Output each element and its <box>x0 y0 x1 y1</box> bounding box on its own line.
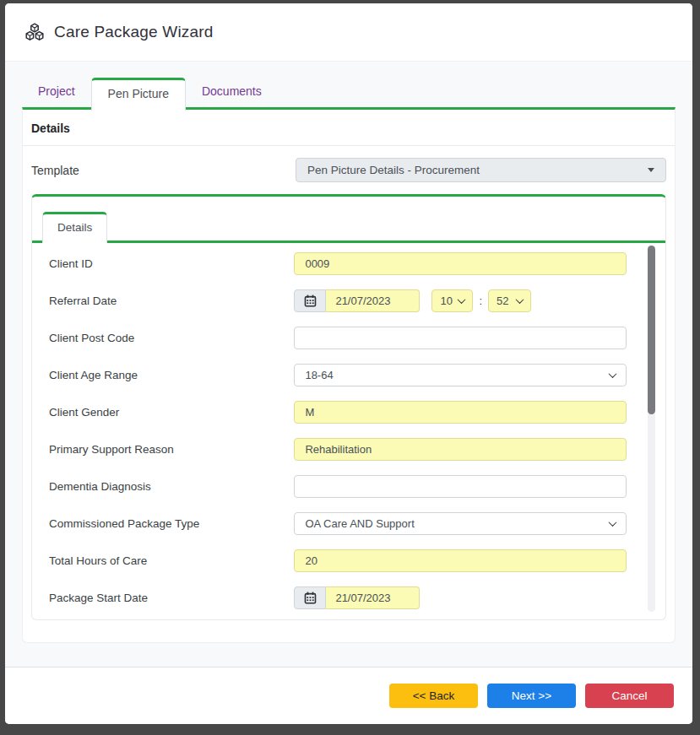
calendar-icon <box>304 592 317 604</box>
commissioned-package-type-select[interactable]: OA Care AND Support <box>294 512 627 535</box>
cancel-button[interactable]: Cancel <box>585 684 674 708</box>
form-row: Referral Date 21/07/202310:52 <box>49 282 627 319</box>
template-label: Template <box>31 164 296 177</box>
pen-picture-panel: Details Template Pen Picture Details - P… <box>22 107 676 643</box>
field-control-referral-date: 21/07/202310:52 <box>294 289 627 312</box>
form-row: Client Post Code <box>49 319 627 356</box>
dialog-footer: << Back Next >> Cancel <box>5 667 692 724</box>
field-control-client-gender: M <box>294 401 627 424</box>
field-label-primary-support-reason: Primary Support Reason <box>49 443 294 456</box>
chevron-down-icon <box>516 295 524 304</box>
field-label-commissioned-package-type: Commissioned Package Type <box>49 517 294 530</box>
input-value: 20 <box>305 554 317 567</box>
form-row: Primary Support ReasonRehabilitation <box>49 430 627 467</box>
back-button[interactable]: << Back <box>389 684 478 708</box>
field-control-dementia-diagnosis <box>294 475 627 498</box>
field-label-dementia-diagnosis: Dementia Diagnosis <box>49 480 294 493</box>
caret-down-icon <box>648 168 654 172</box>
field-control-package-start-date: 21/07/2023 <box>294 586 627 609</box>
input-value: 0009 <box>305 257 329 270</box>
section-heading: Details <box>23 110 675 146</box>
form-row: Package Start Date 21/07/2023 <box>49 579 627 616</box>
tab-documents[interactable]: Documents <box>186 76 278 108</box>
select-value: OA Care AND Support <box>305 517 414 530</box>
field-label-client-age-range: Client Age Range <box>49 369 294 381</box>
template-dropdown[interactable]: Pen Picture Details - Procurement <box>296 158 666 182</box>
referral-date-date-group: 21/07/202310:52 <box>294 289 531 312</box>
scrollbar-thumb[interactable] <box>648 246 655 414</box>
chevron-down-icon <box>458 295 466 304</box>
client-age-range-select[interactable]: 18-64 <box>294 364 627 386</box>
wizard-dialog: Care Package Wizard Project Pen Picture … <box>5 3 692 724</box>
form-row: Commissioned Package TypeOA Care AND Sup… <box>49 505 627 542</box>
field-label-referral-date: Referral Date <box>49 295 294 307</box>
referral-date-hour-select[interactable]: 10 <box>431 289 473 312</box>
referral-date-date-input[interactable]: 21/07/2023 <box>326 289 420 312</box>
package-start-date-date-group: 21/07/2023 <box>294 586 420 609</box>
field-label-client-id: Client ID <box>49 257 294 270</box>
input-value: Rehabilitation <box>305 443 372 456</box>
primary-support-reason-input[interactable]: Rehabilitation <box>294 438 627 461</box>
client-post-code-input[interactable] <box>294 327 627 349</box>
scrollbar-track[interactable] <box>648 246 655 612</box>
input-value: M <box>305 406 314 419</box>
date-value: 21/07/2023 <box>335 592 390 604</box>
tab-pen-picture[interactable]: Pen Picture <box>91 78 186 111</box>
field-label-package-start-date: Package Start Date <box>49 592 294 604</box>
time-separator: : <box>479 295 482 307</box>
client-gender-input[interactable]: M <box>294 401 627 424</box>
field-control-primary-support-reason: Rehabilitation <box>294 438 627 461</box>
field-label-total-hours-of-care: Total Hours of Care <box>49 554 294 567</box>
chevron-down-icon <box>609 370 617 378</box>
field-control-commissioned-package-type: OA Care AND Support <box>294 512 627 535</box>
form-row: Client ID0009 <box>49 245 627 282</box>
hour-value: 10 <box>440 295 452 307</box>
inner-tab-details[interactable]: Details <box>42 212 107 243</box>
dialog-header: Care Package Wizard <box>5 3 692 61</box>
field-control-client-age-range: 18-64 <box>294 364 627 386</box>
calendar-button[interactable] <box>294 289 326 312</box>
calendar-button[interactable] <box>294 586 326 609</box>
total-hours-of-care-input[interactable]: 20 <box>294 549 627 572</box>
calendar-icon <box>304 295 317 307</box>
inner-tab-bar: Details <box>32 197 665 240</box>
form-row: Dementia Diagnosis <box>49 467 627 505</box>
dementia-diagnosis-input[interactable] <box>294 475 627 498</box>
cubes-icon <box>24 23 46 41</box>
date-value: 21/07/2023 <box>335 295 390 307</box>
details-sub-panel: Details Client ID0009Referral Date 21/07… <box>31 194 666 620</box>
template-dropdown-value: Pen Picture Details - Procurement <box>307 164 480 176</box>
tab-content-background: Details Template Pen Picture Details - P… <box>5 107 692 667</box>
tab-project[interactable]: Project <box>22 76 91 108</box>
template-row: Template Pen Picture Details - Procureme… <box>23 146 675 194</box>
form-scroll-area: Client ID0009Referral Date 21/07/202310:… <box>32 240 665 618</box>
field-control-client-id: 0009 <box>294 252 627 275</box>
field-control-total-hours-of-care: 20 <box>294 549 627 572</box>
client-id-input[interactable]: 0009 <box>294 252 627 275</box>
form-row: Client Age Range18-64 <box>49 356 627 393</box>
form-rows: Client ID0009Referral Date 21/07/202310:… <box>32 243 665 618</box>
next-button[interactable]: Next >> <box>487 684 576 708</box>
select-value: 18-64 <box>305 369 333 381</box>
tab-bar: Project Pen Picture Documents <box>5 61 692 107</box>
referral-date-minute-select[interactable]: 52 <box>488 289 531 312</box>
field-control-client-post-code <box>294 327 627 349</box>
form-row: Total Hours of Care20 <box>49 542 627 579</box>
field-label-client-post-code: Client Post Code <box>49 332 294 344</box>
minute-value: 52 <box>497 295 508 307</box>
page-title: Care Package Wizard <box>54 23 214 41</box>
package-start-date-date-input[interactable]: 21/07/2023 <box>326 586 420 609</box>
form-row: Client GenderM <box>49 393 627 430</box>
field-label-client-gender: Client Gender <box>49 406 294 419</box>
chevron-down-icon <box>609 518 617 527</box>
